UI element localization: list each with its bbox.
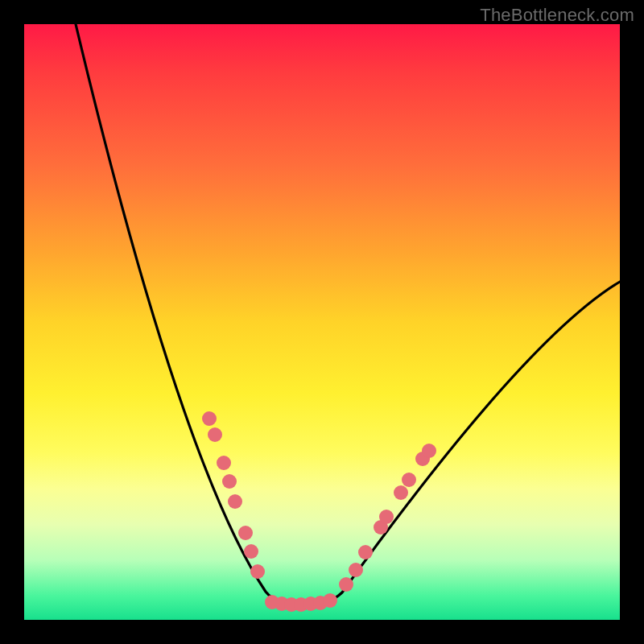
highlight-dots-group (202, 411, 436, 592)
chart-plot-area (24, 24, 620, 620)
flat-bottom-group (265, 593, 337, 612)
bottleneck-curve (76, 24, 620, 607)
highlight-dot (358, 545, 373, 559)
highlight-dot (238, 526, 253, 540)
flat-dot (323, 593, 337, 608)
highlight-dot (379, 510, 394, 524)
chart-frame: TheBottleneck.com (0, 0, 644, 644)
highlight-dot (202, 411, 217, 426)
highlight-dot (339, 577, 353, 592)
highlight-dot (208, 427, 222, 442)
highlight-dot (244, 544, 258, 559)
watermark-text: TheBottleneck.com (480, 5, 634, 26)
highlight-dot (217, 456, 231, 470)
highlight-dot (228, 494, 242, 509)
highlight-dot (349, 563, 363, 577)
highlight-dot (402, 473, 416, 487)
highlight-dot (250, 564, 265, 579)
highlight-dot (422, 444, 436, 458)
highlight-dot (222, 474, 237, 489)
chart-svg (24, 24, 620, 620)
highlight-dot (394, 485, 408, 500)
